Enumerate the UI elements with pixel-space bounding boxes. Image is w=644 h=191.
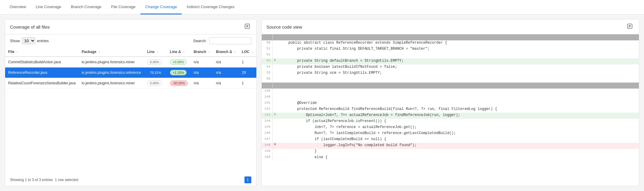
table-header-row: File ↕ Package ↕ Line ↕ Line Δ ↕ Branch … — [5, 47, 256, 57]
code-line: 50 public abstract class ReferenceRecord… — [262, 40, 639, 46]
hit-indicator — [273, 52, 277, 58]
line-number: 150 — [262, 155, 273, 161]
line-number: 55 — [262, 70, 273, 77]
cell-line-delta: -50.00% — [167, 78, 191, 89]
hit-indicator: 0 — [273, 143, 277, 149]
code-line: 141 @Override — [262, 101, 639, 107]
code-line: 149 } — [262, 149, 639, 155]
hit-indicator — [273, 149, 277, 155]
source-panel-header: Source code view — [262, 20, 639, 34]
cell-file: RelativeCountForensicsSeriesBuilder.java — [5, 78, 78, 89]
code-line: 51 private static final String DEFAULT_T… — [262, 46, 639, 52]
entries-label: entries — [37, 39, 49, 43]
code-text: public abstract class ReferenceRecorder … — [277, 40, 639, 46]
col-package[interactable]: Package ↕ — [78, 47, 144, 57]
page-button[interactable]: 1 — [244, 176, 252, 183]
cell-line: 79.31% — [144, 67, 167, 78]
line-number: 52 — [262, 52, 273, 58]
line-number: 146 — [262, 131, 273, 137]
code-text: Run<?, ?> lastCompletedBuild = reference… — [277, 131, 639, 137]
cell-loc: 1 — [239, 78, 256, 89]
code-line: .. — [262, 83, 639, 89]
table-row[interactable]: ReferenceRecorder.java io.jenkins.plugin… — [5, 67, 256, 78]
panel-header: Coverage of all files — [5, 20, 256, 34]
tab-file-coverage[interactable]: File Coverage — [106, 0, 140, 14]
hit-indicator — [273, 137, 277, 143]
cell-branch-delta: n/a — [213, 67, 239, 78]
tab-change-coverage[interactable]: Change Coverage — [140, 0, 182, 14]
table-controls: Show 10 25 50 entries Search: — [5, 34, 256, 47]
table-row[interactable]: CommitStatisticsBuildAction.java io.jenk… — [5, 57, 256, 67]
code-line: 56 — [262, 77, 639, 83]
code-text — [277, 77, 639, 83]
col-branch[interactable]: Branch ↕ — [191, 47, 213, 57]
col-branch-delta[interactable]: Branch Δ ↕ — [213, 47, 239, 57]
line-number: 148 — [262, 143, 273, 149]
cell-branch-delta: n/a — [213, 57, 239, 67]
source-download-icon[interactable] — [627, 23, 634, 30]
code-line: 146 Run<?, ?> lastCompletedBuild = refer… — [262, 131, 639, 137]
code-line: 140 — [262, 95, 639, 101]
cell-file: ReferenceRecorder.java — [5, 67, 78, 78]
search-input[interactable] — [209, 37, 252, 44]
col-line-delta[interactable]: Line Δ ↕ — [167, 47, 191, 57]
col-line[interactable]: Line ↕ — [144, 47, 167, 57]
cell-branch: n/a — [191, 67, 213, 78]
code-text: private static final String DEFAULT_TARG… — [277, 46, 639, 52]
code-text: @Override — [277, 101, 639, 107]
coverage-table: File ↕ Package ↕ Line ↕ Line Δ ↕ Branch … — [5, 47, 256, 89]
code-line: 54 private boolean latestBuildIfNotFound… — [262, 64, 639, 70]
cell-package: io.jenkins.plugins.forensics.reference — [78, 67, 144, 78]
hit-indicator — [273, 70, 277, 77]
code-line: 55 private String scm = StringUtils.EMPT… — [262, 70, 639, 77]
cell-file: CommitStatisticsBuildAction.java — [5, 57, 78, 67]
line-number: 50 — [262, 40, 273, 46]
source-code-body: ..50 public abstract class ReferenceReco… — [262, 34, 639, 186]
entries-select[interactable]: 10 25 50 — [22, 37, 35, 44]
code-text: } — [277, 149, 639, 155]
hit-indicator: 1 — [273, 58, 277, 64]
tab-branch-coverage[interactable]: Branch Coverage — [66, 0, 106, 14]
col-file[interactable]: File ↕ — [5, 47, 78, 57]
table-container: File ↕ Package ↕ Line ↕ Line Δ ↕ Branch … — [5, 47, 256, 174]
cell-line: 0.00% — [144, 57, 167, 67]
cell-package: io.jenkins.plugins.forensics.miner — [78, 57, 144, 67]
line-number: 142 — [262, 107, 273, 113]
table-row[interactable]: RelativeCountForensicsSeriesBuilder.java… — [5, 78, 256, 89]
cell-branch: n/a — [191, 78, 213, 89]
main-content: Coverage of all files Show 10 25 50 entr… — [0, 14, 644, 191]
tab-overview[interactable]: Overview — [5, 0, 31, 14]
cell-branch-delta: n/a — [213, 78, 239, 89]
line-number: 54 — [262, 64, 273, 70]
line-number: 139 — [262, 89, 273, 95]
hit-indicator — [273, 107, 277, 113]
code-text: private boolean latestBuildIfNotFound = … — [277, 64, 639, 70]
top-navigation: OverviewLine CoverageBranch CoverageFile… — [0, 0, 644, 14]
tab-indirect-coverage-changes[interactable]: Indirect Coverage Changes — [182, 0, 239, 14]
code-text: private String defaultBranch = StringUti… — [277, 58, 639, 64]
line-number: 53 — [262, 58, 273, 64]
hit-indicator: 1 — [273, 113, 277, 119]
hit-indicator — [273, 125, 277, 131]
download-icon[interactable] — [244, 23, 252, 30]
source-panel: Source code view ..50 public abstract cl… — [261, 19, 639, 186]
footer-text: Showing 1 to 3 of 3 entries 1 row select… — [10, 178, 78, 182]
code-line: 52 — [262, 52, 639, 58]
code-line: 150 else { — [262, 155, 639, 161]
hit-indicator — [273, 83, 277, 89]
line-number: 143 — [262, 113, 273, 119]
code-text: Job<?, ?> reference = actualReferenceJob… — [277, 125, 639, 131]
hit-indicator — [273, 119, 277, 125]
line-number: 149 — [262, 149, 273, 155]
tab-line-coverage[interactable]: Line Coverage — [31, 0, 66, 14]
hit-indicator — [273, 64, 277, 70]
line-number: 147 — [262, 137, 273, 143]
code-text: if (lastCompletedBuild == null) { — [277, 137, 639, 143]
col-loc[interactable]: LOC ↕ — [239, 47, 256, 57]
search-label: Search: — [193, 39, 207, 43]
hit-indicator — [273, 95, 277, 101]
code-text — [277, 83, 639, 89]
hit-indicator — [273, 155, 277, 161]
cell-branch: n/a — [191, 57, 213, 67]
table-footer: Showing 1 to 3 of 3 entries 1 row select… — [5, 174, 256, 186]
